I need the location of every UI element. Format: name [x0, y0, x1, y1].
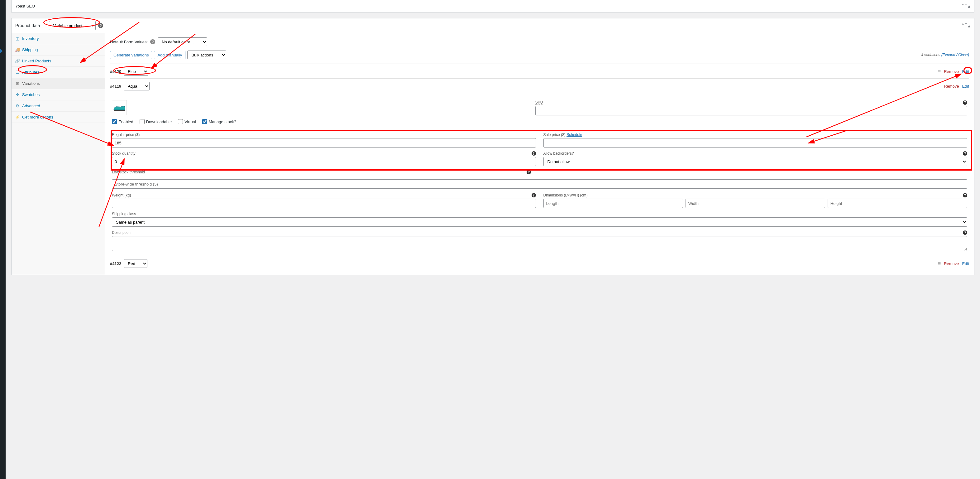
height-input[interactable]	[827, 199, 967, 208]
tab-variations[interactable]: ⊞Variations	[11, 78, 105, 89]
description-label: Description	[112, 230, 130, 235]
edit-link[interactable]: Edit	[962, 84, 969, 89]
variation-id: #4120	[110, 69, 121, 74]
tab-more-options[interactable]: ⚡Get more options	[11, 112, 105, 123]
virtual-checkbox[interactable]: Virtual	[178, 119, 196, 124]
variation-color-select[interactable]: Aqua	[124, 82, 150, 91]
manage-stock-checkbox[interactable]: Manage stock?	[202, 119, 236, 124]
shoe-icon	[113, 103, 126, 112]
remove-link[interactable]: Remove	[944, 84, 959, 89]
variation-expanded-body: SKU? Enabled Downloadable Virtual Manage…	[110, 95, 969, 256]
help-icon[interactable]: ?	[963, 101, 967, 105]
stock-qty-label: Stock quantity	[112, 151, 135, 156]
tab-advanced[interactable]: ⚙Advanced	[11, 101, 105, 112]
regular-price-label: Regular price ($)	[112, 133, 140, 137]
product-data-postbox: Product data — Variable product ? ˄ ˅ ▴ …	[11, 18, 974, 275]
arrows-icon: ✥	[15, 92, 20, 97]
backorders-select[interactable]: Do not allow	[543, 157, 967, 166]
help-icon[interactable]: ?	[531, 193, 536, 197]
weight-label: Weight (kg)	[112, 193, 131, 197]
tab-attributes[interactable]: ☰Attributes	[11, 67, 105, 78]
remove-link[interactable]: Remove	[944, 261, 959, 266]
help-icon[interactable]: ?	[963, 193, 967, 197]
product-data-header: Product data — Variable product ? ˄ ˅ ▴	[11, 18, 974, 33]
help-icon[interactable]: ?	[150, 39, 155, 44]
low-stock-label: Low stock threshold	[112, 170, 145, 174]
variation-row[interactable]: #4119 Aqua ≡ Remove Edit	[110, 78, 969, 93]
panel-toggle-icon[interactable]: ▴	[968, 23, 970, 29]
backorders-label: Allow backorders?	[543, 151, 574, 156]
help-icon[interactable]: ?	[963, 230, 967, 235]
variation-image-thumb[interactable]	[112, 100, 127, 115]
enabled-checkbox[interactable]: Enabled	[112, 119, 134, 124]
drag-handle-icon[interactable]: ≡	[938, 261, 941, 266]
length-input[interactable]	[543, 199, 683, 208]
edit-link[interactable]: Edit	[962, 69, 969, 74]
product-type-select[interactable]: Variable product	[49, 21, 95, 30]
yoast-panel-title: Yoast SEO	[15, 4, 35, 8]
tab-swatches[interactable]: ✥Swatches	[11, 89, 105, 101]
variation-color-select[interactable]: Blue	[124, 67, 148, 76]
variation-row[interactable]: #4122 Red ≡ Remove Edit	[110, 256, 969, 270]
expand-close-link[interactable]: (Expand / Close)	[941, 53, 969, 57]
default-form-values-label: Default Form Values:	[110, 40, 148, 44]
tab-inventory[interactable]: ◫Inventory	[11, 33, 105, 44]
add-manually-button[interactable]: Add manually	[154, 51, 185, 59]
sale-price-input[interactable]	[543, 138, 967, 147]
bulk-actions-select[interactable]: Bulk actions	[187, 51, 226, 59]
variation-row[interactable]: #4120 Blue ≡ Remove Edit	[110, 64, 969, 78]
panel-up-icon[interactable]: ˄	[962, 3, 964, 9]
gear-icon: ⚙	[15, 104, 20, 108]
variations-content: Default Form Values: ? No default color……	[105, 33, 974, 275]
stock-qty-input[interactable]	[112, 157, 536, 166]
low-stock-input[interactable]	[112, 179, 967, 189]
default-color-select[interactable]: No default color…	[158, 37, 207, 46]
panel-down-icon[interactable]: ˅	[965, 3, 967, 9]
bolt-icon: ⚡	[15, 115, 20, 120]
downloadable-checkbox[interactable]: Downloadable	[140, 119, 172, 124]
yoast-panel-header[interactable]: Yoast SEO ˄ ˅ ▴	[11, 0, 974, 13]
drag-handle-icon[interactable]: ≡	[938, 83, 941, 89]
variation-color-select[interactable]: Red	[124, 259, 147, 268]
sku-label: SKU	[535, 100, 543, 105]
sale-price-label: Sale price ($)	[543, 133, 566, 137]
variation-id: #4122	[110, 261, 121, 266]
tab-shipping[interactable]: 🚚Shipping	[11, 44, 105, 56]
drag-handle-icon[interactable]: ≡	[938, 69, 941, 74]
help-icon[interactable]: ?	[527, 170, 531, 174]
active-menu-marker	[0, 49, 3, 54]
dimensions-label: Dimensions (L×W×H) (cm)	[543, 193, 588, 197]
panel-down-icon[interactable]: ˅	[965, 23, 967, 29]
truck-icon: 🚚	[15, 47, 20, 52]
sku-input[interactable]	[535, 106, 967, 115]
product-data-title: Product data	[15, 23, 40, 28]
weight-input[interactable]	[112, 199, 536, 208]
help-icon[interactable]: ?	[963, 151, 967, 156]
description-textarea[interactable]	[112, 236, 967, 251]
wp-admin-sidebar-collapsed[interactable]	[0, 0, 6, 281]
edit-link[interactable]: Edit	[962, 261, 969, 266]
variation-count: 4 variations (Expand / Close)	[921, 53, 969, 57]
grid-icon: ⊞	[15, 81, 20, 86]
schedule-link[interactable]: Schedule	[566, 133, 582, 137]
generate-variations-button[interactable]: Generate variations	[110, 51, 152, 59]
product-data-tabs: ◫Inventory 🚚Shipping 🔗Linked Products ☰A…	[11, 33, 105, 275]
tab-linked-products[interactable]: 🔗Linked Products	[11, 56, 105, 67]
shipping-class-label: Shipping class	[112, 212, 136, 216]
list-icon: ☰	[15, 70, 20, 75]
help-icon[interactable]: ?	[98, 23, 103, 28]
archive-icon: ◫	[15, 36, 20, 41]
panel-up-icon[interactable]: ˄	[962, 23, 964, 29]
regular-price-input[interactable]	[112, 138, 536, 147]
help-icon[interactable]: ?	[531, 151, 536, 156]
link-icon: 🔗	[15, 59, 20, 63]
panel-toggle-icon[interactable]: ▴	[968, 3, 970, 9]
width-input[interactable]	[686, 199, 825, 208]
shipping-class-select[interactable]: Same as parent	[112, 217, 967, 227]
variation-id: #4119	[110, 84, 121, 89]
remove-link[interactable]: Remove	[944, 69, 959, 74]
